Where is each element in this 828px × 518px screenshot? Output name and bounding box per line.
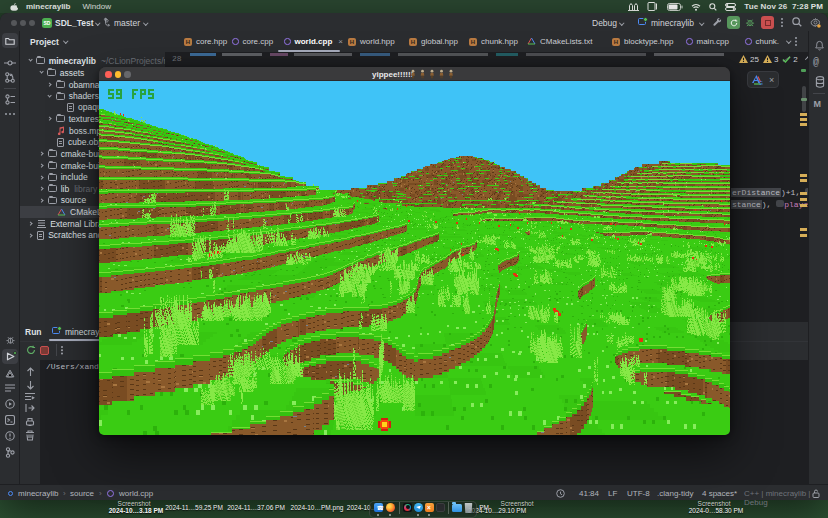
svg-text:G: G bbox=[759, 80, 763, 86]
